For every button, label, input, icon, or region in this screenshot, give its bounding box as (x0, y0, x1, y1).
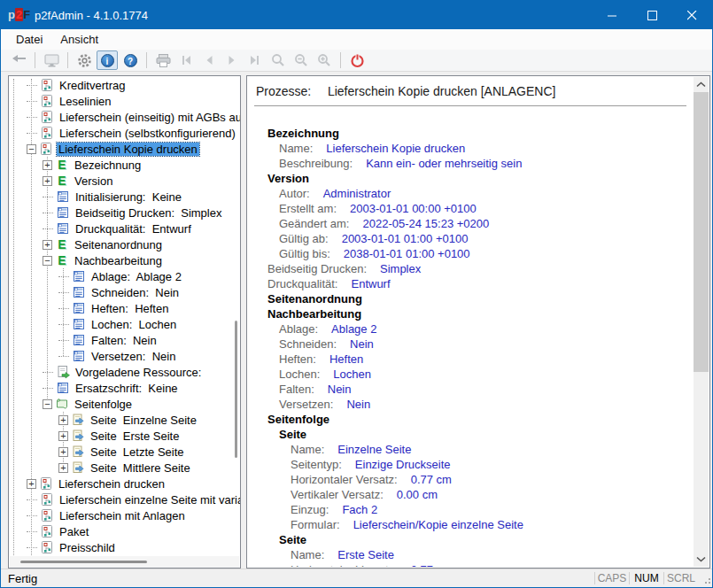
tree-horizontal-scrollbar[interactable] (10, 556, 239, 568)
tree-panel: KreditvertragLeselinienLieferschein (ein… (8, 75, 241, 569)
details-property: Seitentyp:Einzige Druckseite (248, 457, 694, 472)
tree-item[interactable]: Preisschild (9, 539, 240, 555)
settings-button[interactable] (74, 50, 95, 70)
details-header-value: Lieferschein Kopie drucken [ANLAGENC] (328, 84, 556, 98)
resize-grip-icon[interactable] (700, 571, 712, 585)
tree-item[interactable]: Kreditvertrag (9, 77, 240, 93)
tree-connector (58, 308, 69, 309)
tree-item[interactable]: Lieferschein mit Anlagen (9, 507, 240, 523)
tree-item[interactable]: +EVersion (9, 173, 240, 189)
details-scrollbar-thumb[interactable] (694, 92, 709, 372)
scroll-up-icon[interactable] (694, 77, 709, 92)
tree-item[interactable]: Beidseitig Drucken: Simplex (9, 205, 240, 220)
details-property: Beidseitig Drucken:Simplex (248, 261, 694, 276)
details-section-header: Seitenanordnung (248, 291, 694, 306)
tree-item[interactable]: +Seite Einzelne Seite (9, 412, 240, 428)
property-value: Heften (329, 352, 363, 366)
expand-icon[interactable]: + (58, 447, 68, 457)
expand-icon[interactable]: + (58, 431, 68, 441)
details-property: Heften:Heften (248, 352, 694, 367)
previous-page-button[interactable] (198, 50, 220, 70)
tree-connector (58, 324, 69, 325)
next-page-button[interactable] (221, 50, 243, 70)
close-button[interactable] (672, 1, 712, 29)
tree-item[interactable]: Lochen: Lochen (9, 316, 240, 332)
collapse-icon[interactable]: − (43, 256, 52, 266)
maximize-button[interactable] (632, 1, 672, 29)
title-bar: p2F p2fAdmin - 4.1.0.1774 (1, 1, 712, 29)
tree-item[interactable]: Vorgeladene Ressource: (9, 364, 240, 380)
tree-item-label: Version (73, 174, 114, 188)
tree-item[interactable]: Versetzen: Nein (9, 348, 240, 364)
minimize-button[interactable] (593, 1, 632, 29)
expand-icon[interactable]: + (58, 463, 68, 473)
indicator-caps: CAPS (594, 572, 629, 584)
zoom-in-button[interactable] (314, 50, 335, 70)
tree-item[interactable]: +Seite Erste Seite (9, 428, 240, 444)
expand-icon[interactable]: + (43, 160, 52, 170)
form-icon (56, 190, 70, 204)
tree-item[interactable]: −Seitenfolge (9, 396, 240, 412)
tree-item[interactable]: Druckqualität: Entwurf (9, 220, 240, 236)
tree-item[interactable]: −Lieferschein Kopie drucken (9, 141, 240, 157)
property-value: Einzelne Seite (337, 443, 411, 456)
tree-item[interactable]: Lieferschein einzelne Seite mit variab (9, 491, 240, 507)
tree-item[interactable]: +EBezeichnung (9, 157, 240, 173)
zoom-button[interactable] (267, 50, 289, 70)
tree-item[interactable]: Ablage: Ablage 2 (9, 268, 240, 284)
collapse-icon[interactable]: − (27, 144, 36, 154)
tree-item[interactable]: Initialisierung: Keine (9, 189, 240, 205)
help-button[interactable]: ? (120, 50, 141, 70)
expand-icon[interactable]: + (58, 415, 68, 425)
details-separator (254, 105, 686, 106)
property-value: 0.77 cm (411, 473, 452, 486)
tree-connector (27, 133, 37, 134)
tree-item[interactable]: Paket (9, 523, 240, 539)
zoom-out-button[interactable] (291, 50, 312, 70)
tree-item[interactable]: Lieferschein (selbstkonfigurierend) (9, 125, 240, 141)
tree-item-label: Seite Mittlere Seite (89, 461, 192, 475)
tree-item[interactable]: Leselinien (9, 93, 240, 109)
status-bar: Fertig CAPSNUMSCRL (1, 569, 712, 587)
tree-item[interactable]: Ersatzschrift: Keine (9, 380, 240, 396)
tree-item[interactable]: Schneiden: Nein (9, 284, 240, 300)
page-icon (71, 460, 85, 475)
tree-item[interactable]: Falten: Nein (9, 332, 240, 348)
print-button[interactable] (152, 50, 174, 70)
expand-icon[interactable]: + (43, 240, 52, 250)
exit-button[interactable] (346, 50, 368, 70)
details-panel: Prozesse: Lieferschein Kopie drucken [AN… (246, 75, 710, 569)
last-page-button[interactable] (244, 50, 266, 70)
tree-item[interactable]: +Seite Letzte Seite (9, 444, 240, 460)
property-label: Falten: (279, 383, 314, 396)
first-page-button[interactable] (175, 50, 197, 70)
property-value: Entwurf (351, 277, 390, 290)
tree-horizontal-scrollbar-thumb[interactable] (20, 561, 147, 563)
tree-connector (43, 213, 53, 213)
tree-item[interactable]: +Lieferschein drucken (9, 476, 240, 491)
tree-item[interactable]: +ESeitenanordnung (9, 236, 240, 252)
menu-item-ansicht[interactable]: Ansicht (53, 31, 105, 49)
tree-item[interactable]: Lieferschein (einseitig) mit AGBs auf (9, 109, 240, 125)
details-property: Druckqualität:Entwurf (248, 276, 694, 291)
tree-vertical-scrollbar[interactable] (235, 321, 237, 458)
transfer-button[interactable] (8, 50, 29, 70)
tree-item[interactable]: −ENachbearbeitung (9, 252, 240, 268)
menu-item-datei[interactable]: Datei (9, 31, 50, 49)
expand-icon[interactable]: + (43, 176, 52, 186)
tree-item[interactable]: +Seite Mittlere Seite (9, 460, 240, 476)
details-scrollbar[interactable] (694, 77, 709, 567)
property-value: Kann ein- oder mehrseitig sein (366, 157, 522, 170)
scroll-down-icon[interactable] (694, 552, 709, 567)
details-property: Erstellt am:2003-01-01 00:00 +0100 (248, 201, 694, 216)
property-label: Vertikaler Versatz: (291, 488, 384, 501)
tree-item-label: Beidseitig Drucken: Simplex (74, 206, 223, 220)
indicator-num: NUM (629, 572, 663, 584)
form-icon (72, 333, 86, 347)
info-button[interactable]: i (97, 50, 118, 70)
collapse-icon[interactable]: − (43, 399, 52, 409)
preview-button[interactable] (41, 50, 62, 70)
property-label: Versetzen: (279, 398, 333, 411)
expand-icon[interactable]: + (27, 479, 36, 489)
tree-item[interactable]: Heften: Heften (9, 300, 240, 316)
